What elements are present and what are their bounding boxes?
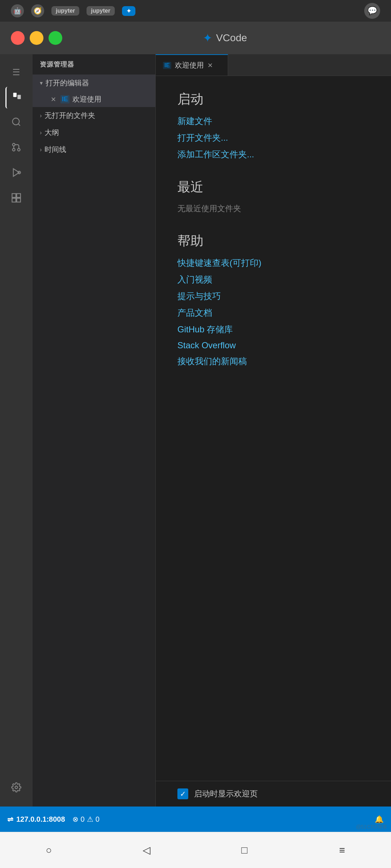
tab-welcome[interactable]: IE 欢迎使用 ✕: [156, 54, 228, 76]
sidebar-section-no-folder: › 无打开的文件夹: [33, 107, 155, 124]
status-remote[interactable]: ⇌ 127.0.0.1:8008: [7, 815, 65, 824]
top-app-icons: 🤖 🧭 jupyter jupyter ✦: [11, 4, 135, 17]
welcome-section-help: 帮助 快捷键速查表(可打印) 入门视频 提示与技巧 产品文档 GitHub 存储…: [177, 232, 369, 367]
no-recent-message: 无最近使用文件夹: [177, 203, 369, 214]
svg-rect-10: [12, 193, 16, 197]
activity-item-search[interactable]: [5, 112, 27, 134]
welcome-page: 启动 新建文件 打开文件夹... 添加工作区文件夹... 最近 无最近使用文件夹…: [156, 76, 391, 781]
file-close-icon[interactable]: ✕: [51, 95, 56, 103]
welcome-section-start: 启动 新建文件 打开文件夹... 添加工作区文件夹...: [177, 90, 369, 160]
link-add-workspace[interactable]: 添加工作区文件夹...: [177, 149, 369, 160]
app-title: ✦ VCode: [70, 31, 380, 45]
nav-menu-button[interactable]: ≡: [328, 836, 357, 865]
chat-icon-container: 💬: [364, 3, 380, 19]
search-icon: [11, 117, 21, 129]
svg-rect-11: [17, 193, 20, 197]
link-newsletter[interactable]: 接收我们的新闻稿: [177, 356, 369, 367]
svg-point-4: [18, 148, 20, 151]
start-section-title: 启动: [177, 90, 369, 108]
warning-count: 0: [96, 815, 100, 824]
recent-section-title: 最近: [177, 178, 369, 196]
main-layout: ☰: [0, 54, 391, 807]
vscode-logo-icon: ✦: [203, 31, 213, 45]
link-shortcuts[interactable]: 快捷键速查表(可打印): [177, 257, 369, 269]
status-left: ⇌ 127.0.0.1:8008 ⊗ 0 ⚠ 0: [7, 815, 100, 824]
open-editors-label: 打开的编辑器: [46, 78, 89, 88]
tab-welcome-label: 欢迎使用: [175, 60, 204, 70]
outline-label: 大纲: [45, 128, 59, 137]
close-button[interactable]: [11, 31, 25, 45]
no-folder-label: 无打开的文件夹: [45, 111, 95, 120]
home-circle-icon: ○: [46, 844, 52, 856]
status-bar: ⇌ 127.0.0.1:8008 ⊗ 0 ⚠ 0 🔔: [0, 807, 391, 832]
maximize-button[interactable]: [49, 31, 62, 45]
link-tips-tricks[interactable]: 提示与技巧: [177, 290, 369, 302]
back-arrow-icon: ◁: [143, 844, 151, 856]
activity-item-settings[interactable]: [5, 778, 27, 799]
activity-item-debug[interactable]: [5, 163, 27, 184]
traffic-lights: [11, 31, 62, 45]
nav-menu-icon: ≡: [339, 844, 345, 856]
chevron-down-icon: ▾: [40, 80, 43, 86]
settings-gear-icon: [11, 782, 21, 795]
sidebar-section-open-editors-header[interactable]: ▾ 打开的编辑器: [33, 75, 155, 92]
recents-square-icon: □: [241, 844, 248, 856]
timeline-label: 时间线: [45, 145, 66, 154]
notification-bell-icon[interactable]: 🔔: [375, 815, 384, 823]
sidebar-section-outline: › 大纲: [33, 124, 155, 141]
nav-home-button[interactable]: ○: [34, 836, 63, 865]
editor-area: IE 欢迎使用 ✕ 启动 新建文件 打开文件夹... 添加工作区文件夹... 最…: [156, 54, 391, 807]
activity-item-extensions[interactable]: [5, 188, 27, 210]
svg-rect-1: [17, 95, 21, 99]
activity-bar-settings: [5, 778, 27, 807]
nav-back-button[interactable]: ◁: [132, 836, 161, 865]
welcome-footer: ✓ 启动时显示欢迎页: [156, 781, 391, 807]
link-open-folder[interactable]: 打开文件夹...: [177, 132, 369, 144]
vscode-tab[interactable]: ✦: [122, 6, 135, 16]
sidebar-section-outline-header[interactable]: › 大纲: [33, 124, 155, 141]
svg-point-2: [13, 118, 20, 125]
hamburger-menu[interactable]: ☰: [0, 61, 33, 83]
link-new-file[interactable]: 新建文件: [177, 115, 369, 127]
compass-icon: 🧭: [31, 4, 44, 17]
status-errors-warnings[interactable]: ⊗ 0 ⚠ 0: [72, 815, 100, 824]
minimize-button[interactable]: [30, 31, 43, 45]
activity-item-explorer[interactable]: [5, 87, 27, 109]
error-count: 0: [81, 815, 85, 824]
debug-icon: [11, 167, 21, 180]
title-bar: ✦ VCode: [0, 22, 391, 54]
remote-arrows-icon: ⇌: [7, 815, 13, 824]
svg-point-14: [15, 786, 18, 788]
welcome-file-name: 欢迎使用: [72, 94, 101, 104]
bottom-nav: ○ ◁ □ ≡: [0, 832, 391, 868]
jupyter-tab-1[interactable]: jupyter: [51, 6, 79, 16]
show-welcome-label: 启动时显示欢迎页: [194, 788, 258, 799]
link-github-repo[interactable]: GitHub 存储库: [177, 324, 369, 335]
tab-close-button[interactable]: ✕: [207, 61, 213, 69]
status-right: 🔔: [375, 815, 384, 824]
top-status-bar: 🤖 🧭 jupyter jupyter ✦ 💬: [0, 0, 391, 22]
chat-bubble-icon[interactable]: 💬: [364, 3, 380, 19]
sidebar: 资源管理器 ▾ 打开的编辑器 ✕ IE 欢迎使用 › 无打开的文件夹 ›: [33, 54, 156, 807]
link-stack-overflow[interactable]: Stack Overflow: [177, 340, 369, 350]
watermark-text: @51CTO博客: [356, 824, 387, 830]
app-name-label: VCode: [216, 32, 247, 44]
link-product-docs[interactable]: 产品文档: [177, 307, 369, 319]
tab-bar: IE 欢迎使用 ✕: [156, 54, 391, 76]
svg-rect-12: [12, 198, 16, 202]
activity-bar: ☰: [0, 54, 33, 807]
error-icon: ⊗: [72, 815, 79, 824]
sidebar-file-welcome[interactable]: ✕ IE 欢迎使用: [33, 92, 155, 107]
link-intro-videos[interactable]: 入门视频: [177, 274, 369, 285]
nav-recents-button[interactable]: □: [230, 836, 259, 865]
watermark: @51CTO博客: [356, 824, 387, 830]
remote-address: 127.0.0.1:8008: [16, 815, 65, 824]
svg-rect-0: [13, 93, 16, 97]
show-welcome-checkbox[interactable]: ✓: [177, 788, 188, 799]
explorer-icon: [12, 92, 22, 104]
sidebar-section-timeline-header[interactable]: › 时间线: [33, 141, 155, 158]
jupyter-tab-2[interactable]: jupyter: [87, 6, 114, 16]
activity-item-git[interactable]: [5, 137, 27, 159]
sidebar-section-no-folder-header[interactable]: › 无打开的文件夹: [33, 107, 155, 124]
welcome-file-icon: IE: [60, 95, 70, 103]
